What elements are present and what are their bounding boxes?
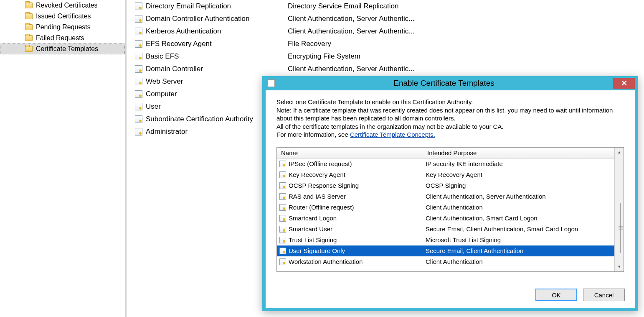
- dlg-item-purpose: Client Authentication, Smart Card Logon: [426, 215, 614, 222]
- cert-icon: [135, 40, 142, 48]
- dialog-list-item[interactable]: RAS and IAS ServerClient Authentication,…: [277, 191, 614, 202]
- dialog-body: Select one Certificate Template to enabl…: [266, 90, 635, 143]
- cert-icon: [135, 103, 142, 110]
- tree-item-revoked[interactable]: Revoked Certificates: [0, 0, 125, 11]
- dlg-item-name: RAS and IAS Server: [289, 193, 426, 200]
- dlg-item-name: Trust List Signing: [289, 236, 426, 243]
- dlg-item-name: User Signature Only: [289, 247, 426, 254]
- cert-icon: [279, 161, 286, 167]
- template-name: EFS Recovery Agent: [146, 40, 288, 48]
- scroll-up-icon[interactable]: ▴: [615, 148, 624, 157]
- dialog-list-item[interactable]: Workstation AuthenticationClient Authent…: [277, 256, 614, 267]
- dlg-item-purpose: Microsoft Trust List Signing: [426, 236, 614, 243]
- cert-icon: [279, 204, 286, 211]
- template-name: Kerberos Authentication: [146, 27, 288, 36]
- list-item[interactable]: Basic EFSEncrypting File System: [127, 50, 644, 63]
- cert-icon: [135, 65, 142, 73]
- tree-item-pending[interactable]: Pending Requests: [0, 22, 125, 33]
- dialog-list: Name Intended Purpose IPSec (Offline req…: [277, 148, 614, 271]
- cert-icon: [279, 237, 286, 243]
- dlg-item-purpose: Key Recovery Agent: [426, 171, 614, 178]
- ok-button[interactable]: OK: [535, 289, 577, 301]
- cert-icon: [279, 248, 286, 254]
- cert-icon: [135, 28, 142, 35]
- dialog-list-item[interactable]: Smartcard UserSecure Email, Client Authe…: [277, 224, 614, 235]
- template-purpose: Client Authentication, Server Authentic.…: [288, 15, 644, 23]
- dialog-title: Enable Certificate Templates: [275, 79, 613, 88]
- dialog-buttons: OK Cancel: [535, 289, 625, 301]
- dialog-list-header: Name Intended Purpose: [277, 148, 614, 158]
- dlg-item-purpose: Secure Email, Client Authentication: [426, 247, 614, 254]
- help-link[interactable]: Certificate Template Concepts.: [350, 131, 435, 138]
- dialog-intro-1: Select one Certificate Template to enabl…: [276, 98, 624, 106]
- scroll-thumb[interactable]: [620, 203, 621, 253]
- dialog-list-item[interactable]: IPSec (Offline request)IP security IKE i…: [277, 158, 614, 169]
- nav-tree: Revoked Certificates Issued Certificates…: [0, 0, 125, 317]
- dlg-item-name: IPSec (Offline request): [289, 160, 426, 167]
- dlg-item-name: Key Recovery Agent: [289, 171, 426, 178]
- dialog-list-item[interactable]: User Signature OnlySecure Email, Client …: [277, 245, 614, 256]
- template-name: Basic EFS: [146, 52, 288, 61]
- dialog-list-item[interactable]: Key Recovery AgentKey Recovery Agent: [277, 169, 614, 180]
- list-item[interactable]: Directory Email ReplicationDirectory Ser…: [127, 0, 644, 13]
- dialog-intro-2: Note: If a certificate template that was…: [276, 106, 624, 123]
- cert-icon: [135, 115, 142, 123]
- tree-label: Certificate Templates: [36, 45, 98, 53]
- scroll-down-icon[interactable]: ▾: [615, 262, 624, 271]
- template-name: Directory Email Replication: [146, 2, 288, 10]
- template-purpose: Client Authentication, Server Authentic.…: [288, 65, 644, 73]
- dlg-item-purpose: OCSP Signing: [426, 182, 614, 189]
- folder-icon: [25, 13, 33, 19]
- dlg-item-purpose: Client Authentication: [426, 258, 614, 265]
- cert-icon: [279, 193, 286, 200]
- list-item[interactable]: EFS Recovery AgentFile Recovery: [127, 38, 644, 50]
- list-item[interactable]: Domain Controller AuthenticationClient A…: [127, 13, 644, 25]
- template-name: Domain Controller Authentication: [146, 15, 288, 23]
- link-prefix: For more information, see: [276, 131, 350, 138]
- tree-label: Pending Requests: [36, 23, 91, 31]
- list-item[interactable]: Kerberos AuthenticationClient Authentica…: [127, 25, 644, 38]
- tree-label: Failed Requests: [36, 34, 84, 42]
- close-button[interactable]: ✕: [613, 78, 635, 89]
- template-purpose: File Recovery: [288, 40, 644, 48]
- cert-icon: [279, 258, 286, 265]
- template-purpose: Encrypting File System: [288, 52, 644, 61]
- cert-icon: [279, 171, 286, 178]
- cert-icon: [279, 215, 286, 222]
- cert-icon: [279, 226, 286, 233]
- cert-icon: [135, 90, 142, 98]
- dlg-item-name: Smartcard Logon: [289, 215, 426, 222]
- list-item[interactable]: Domain ControllerClient Authentication, …: [127, 63, 644, 75]
- grip-icon: [619, 226, 623, 229]
- template-purpose: Client Authentication, Server Authentic.…: [288, 27, 644, 36]
- cert-icon: [135, 78, 142, 85]
- dialog-list-item[interactable]: Smartcard LogonClient Authentication, Sm…: [277, 213, 614, 224]
- dialog-list-item[interactable]: Trust List SigningMicrosoft Trust List S…: [277, 235, 614, 245]
- dlg-item-name: Workstation Authentication: [289, 258, 426, 265]
- tree-item-issued[interactable]: Issued Certificates: [0, 11, 125, 22]
- dlg-item-purpose: Secure Email, Client Authentication, Sma…: [426, 225, 614, 233]
- scrollbar[interactable]: ▴ ▾: [614, 148, 624, 271]
- cert-icon: [135, 3, 142, 10]
- dlg-item-name: Router (Offline request): [289, 204, 426, 211]
- dialog-titlebar[interactable]: Enable Certificate Templates ✕: [262, 76, 638, 90]
- dlg-item-name: OCSP Response Signing: [289, 182, 426, 189]
- dlg-item-purpose: IP security IKE intermediate: [426, 160, 614, 167]
- col-header-purpose[interactable]: Intended Purpose: [423, 148, 614, 158]
- cert-icon: [135, 53, 142, 60]
- folder-icon: [25, 3, 33, 8]
- dialog-list-item[interactable]: Router (Offline request)Client Authentic…: [277, 202, 614, 213]
- template-name: Domain Controller: [146, 65, 288, 73]
- col-header-name[interactable]: Name: [277, 148, 423, 158]
- dialog-list-item[interactable]: OCSP Response SigningOCSP Signing: [277, 180, 614, 191]
- dialog-template-list: Name Intended Purpose IPSec (Offline req…: [276, 147, 624, 272]
- tree-label: Issued Certificates: [36, 13, 91, 20]
- folder-icon: [25, 46, 33, 52]
- cert-icon: [279, 182, 286, 189]
- tree-item-cert-templates[interactable]: Certificate Templates: [0, 43, 125, 54]
- cancel-button[interactable]: Cancel: [583, 289, 625, 301]
- folder-icon: [25, 35, 33, 41]
- close-icon: ✕: [621, 79, 627, 88]
- tree-item-failed[interactable]: Failed Requests: [0, 33, 125, 43]
- folder-icon: [25, 24, 33, 30]
